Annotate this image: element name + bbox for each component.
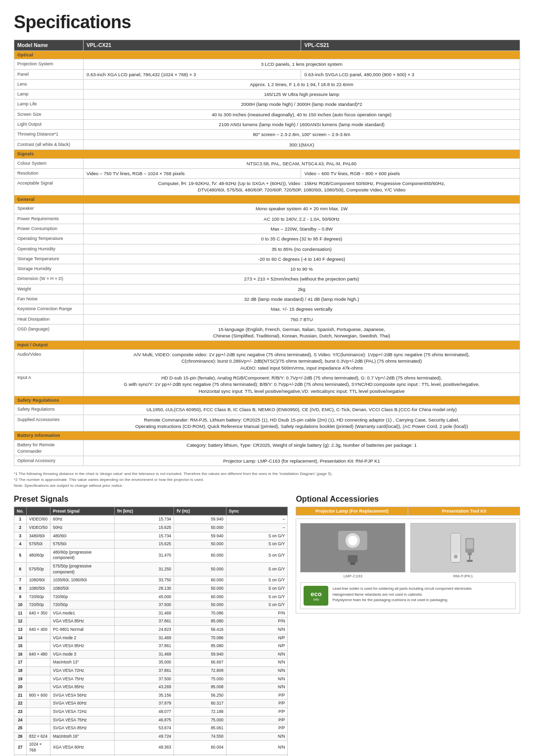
preset-cell: 720/50p bbox=[50, 601, 115, 610]
preset-cell: 43.269 bbox=[115, 683, 174, 692]
row-label: Panel bbox=[14, 69, 84, 79]
row-label: Weight bbox=[14, 284, 84, 294]
preset-cell: Macintosh 13″ bbox=[50, 659, 115, 667]
preset-cell: 50.000 bbox=[174, 584, 226, 593]
table-row: Heat Dissipation750.7 BTU bbox=[14, 314, 520, 324]
row-value: -20 to 60 C degrees (-4 to 140 F degrees… bbox=[84, 254, 520, 264]
row-label: Colour System bbox=[14, 158, 84, 168]
preset-cell: 56.250 bbox=[174, 691, 226, 700]
preset-cell bbox=[26, 634, 50, 642]
preset-cell: 640 × 480 bbox=[26, 650, 50, 659]
preset-row: 5480/60p480/60p (progressive component)3… bbox=[14, 548, 288, 562]
row-label: Heat Dissipation bbox=[14, 314, 84, 324]
preset-cell: 1080/60i bbox=[26, 576, 50, 585]
preset-cell: N/N bbox=[226, 732, 288, 741]
row-value: Max – 220W, Standby – 0.8W bbox=[84, 224, 520, 234]
lamp-image-box: LMP-C163 bbox=[300, 523, 405, 578]
preset-signals-section: Preset Signals No.Preset SignalfH (kHz)f… bbox=[14, 495, 288, 756]
preset-cell: 1035/60i, 1080/60i bbox=[50, 576, 115, 585]
row-value: 300:1(MAX) bbox=[84, 140, 520, 149]
preset-cell: 37.500 bbox=[115, 675, 174, 683]
preset-cell: – bbox=[226, 524, 288, 532]
table-row: Battery for Remote CommanderCategory: ba… bbox=[14, 440, 520, 456]
preset-cell: 480/60p (progressive component) bbox=[50, 548, 115, 562]
svg-rect-10 bbox=[466, 539, 473, 549]
row-label: Lamp bbox=[14, 90, 84, 99]
row-label: Power Requirements bbox=[14, 214, 84, 224]
preset-col-header: Preset Signal bbox=[50, 507, 115, 516]
preset-cell: VGA VESA 75Hz bbox=[50, 675, 115, 683]
preset-cell: 3480/60i bbox=[26, 532, 50, 540]
table-row: Colour SystemNTSC3.58, PAL, SECAM, NTSC4… bbox=[14, 158, 520, 168]
row-value: 2100 ANSI lumens (lamp mode high) / 1600… bbox=[84, 120, 520, 130]
table-row: Screen Size40 to 300 inches (measured di… bbox=[14, 109, 520, 119]
preset-cell: 6 bbox=[14, 563, 27, 576]
preset-cell: SVGA VESA 85Hz bbox=[50, 724, 115, 733]
row-value-cs21: Video – 600 TV lines, RGB – 800 × 600 pi… bbox=[301, 168, 520, 178]
footnote-item: *2 The number is approximate. This value… bbox=[14, 477, 520, 483]
preset-cell: 15.734 bbox=[115, 532, 174, 540]
preset-cell: P/P bbox=[226, 716, 288, 724]
svg-rect-7 bbox=[452, 534, 460, 554]
row-value: 2kg bbox=[84, 284, 520, 294]
row-value: HD D-sub 15-pin (female), Analog RGB/Com… bbox=[84, 373, 520, 396]
row-value: Remote Commander: RM-PJ5, Lithium batter… bbox=[84, 415, 520, 431]
preset-cell: 4 bbox=[14, 540, 27, 549]
preset-cell: 27 bbox=[14, 741, 27, 755]
preset-cell: VGA mode 3 bbox=[50, 650, 115, 659]
preset-cell: 31.469 bbox=[115, 609, 174, 617]
preset-row: 81080/50i1080/50i28.13050.000S on G/Y bbox=[14, 584, 288, 593]
preset-cell: 56.416 bbox=[174, 625, 226, 634]
preset-cell bbox=[26, 700, 50, 708]
preset-cell: 49.724 bbox=[115, 732, 174, 741]
preset-cell: 10 bbox=[14, 601, 27, 610]
row-value: 750.7 BTU bbox=[84, 314, 520, 324]
preset-cell: 37.861 bbox=[115, 642, 174, 651]
row-value: 10 to 90 % bbox=[84, 264, 520, 274]
preset-cell: VGA mode1 bbox=[50, 609, 115, 617]
preset-cell: VGA mode 2 bbox=[50, 634, 115, 642]
preset-cell: 28.130 bbox=[115, 584, 174, 593]
row-label: Optional Accessory bbox=[14, 456, 84, 466]
preset-cell: 15.734 bbox=[115, 516, 174, 524]
svg-rect-5 bbox=[351, 563, 356, 565]
preset-cell: P/P bbox=[226, 724, 288, 733]
preset-cell: 5 bbox=[14, 548, 27, 562]
preset-cell: 9 bbox=[14, 593, 27, 601]
preset-row: 13640 × 400PC-9801 Normal24.82356.416N/N bbox=[14, 625, 288, 634]
row-value: Approx. 1.2 times, F 1.6 to 1.94, f 18.8… bbox=[84, 79, 520, 89]
preset-cell: S on G/Y bbox=[226, 593, 288, 601]
preset-cell: 85.080 bbox=[174, 642, 226, 651]
preset-cell: P/P bbox=[226, 691, 288, 700]
preset-cell: 7 bbox=[14, 576, 27, 585]
row-label: Operating Temperature bbox=[14, 234, 84, 244]
row-value: Max. +/- 15 degrees vertically bbox=[84, 304, 520, 314]
preset-row: 10720/50p720/50p37.50050.000S on G/Y bbox=[14, 601, 288, 610]
row-label: Battery for Remote Commander bbox=[14, 440, 84, 456]
preset-cell: 1 bbox=[14, 516, 27, 524]
preset-cell: 31.469 bbox=[115, 634, 174, 642]
acc-header-lamp: Projector Lamp (For Replacement) bbox=[296, 507, 408, 516]
preset-cell: 15.625 bbox=[115, 524, 174, 532]
preset-cell: 50Hz bbox=[50, 524, 115, 532]
row-value: 273 × 210 × 52mm/inches (without the pro… bbox=[84, 274, 520, 284]
table-row: Lamp Life2000H (lamp mode high) / 3000H … bbox=[14, 99, 520, 109]
preset-cell: S on G/Y bbox=[226, 584, 288, 593]
bottom-section: Preset Signals No.Preset SignalfH (kHz)f… bbox=[14, 495, 520, 756]
preset-cell: 37.861 bbox=[115, 667, 174, 675]
preset-cell: S on G/Y bbox=[226, 548, 288, 562]
preset-col-header: Sync bbox=[226, 507, 288, 516]
preset-cell: 26 bbox=[14, 732, 27, 741]
preset-cell: 800 × 600 bbox=[26, 691, 50, 700]
preset-row: 271024 × 768XGA VESA 60Hz48.36360.004N/N bbox=[14, 741, 288, 755]
preset-row: 14VGA mode 231.46970.086N/P bbox=[14, 634, 288, 642]
preset-cell: S on G/Y bbox=[226, 540, 288, 549]
preset-cell: VGA VESA 72Hz bbox=[50, 667, 115, 675]
preset-cell: 59.940 bbox=[174, 516, 226, 524]
table-row: ResolutionVideo – 750 TV lines, RGB – 10… bbox=[14, 168, 520, 178]
acc-images: LMP-C163 bbox=[300, 523, 516, 578]
preset-cell: 60.000 bbox=[174, 576, 226, 585]
row-value: Category: battery lithium, Type: CR2025,… bbox=[84, 440, 520, 456]
preset-cell: N/N bbox=[226, 659, 288, 667]
preset-cell: P/N bbox=[226, 617, 288, 626]
